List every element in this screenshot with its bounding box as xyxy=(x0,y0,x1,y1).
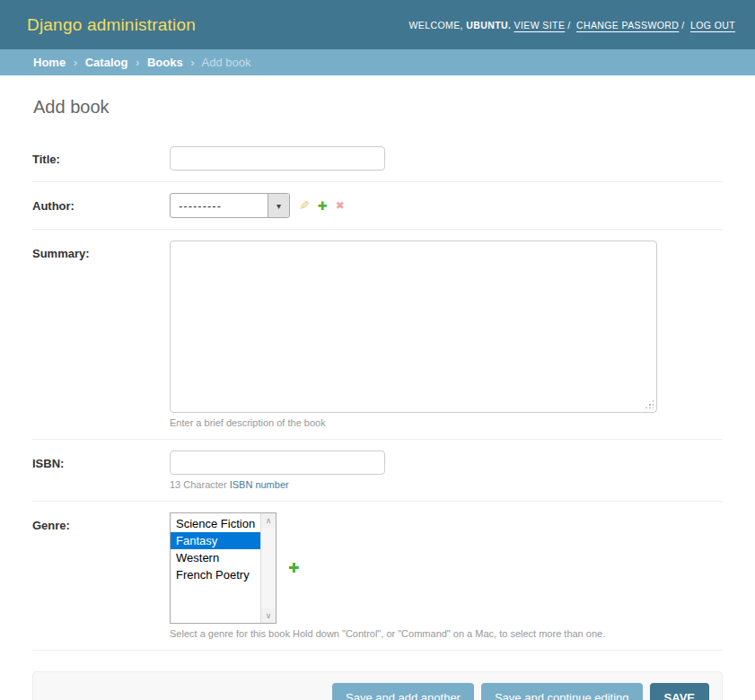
author-label: Author: xyxy=(32,193,170,213)
scroll-up-icon[interactable]: ∧ xyxy=(261,513,276,528)
delete-author-icon[interactable]: ✖ xyxy=(336,199,345,212)
form-row-isbn: ISBN: 13 Character ISBN number xyxy=(32,440,723,502)
site-branding[interactable]: Django administration xyxy=(27,15,196,35)
genre-label: Genre: xyxy=(32,512,170,532)
breadcrumb-catalog[interactable]: Catalog xyxy=(85,56,128,69)
isbn-label: ISBN: xyxy=(32,451,170,470)
link-separator: / xyxy=(681,20,684,31)
submit-row: Save and add another Save and continue e… xyxy=(32,671,723,700)
summary-label: Summary: xyxy=(32,241,170,260)
genre-option-western[interactable]: Western xyxy=(171,549,260,566)
main-content: Add book Title: Author: --------- ▾ ✎ ✚ … xyxy=(0,97,755,700)
title-label: Title: xyxy=(32,146,170,166)
author-selected-value: --------- xyxy=(171,194,268,217)
save-and-add-button[interactable]: Save and add another xyxy=(332,683,474,700)
breadcrumb: Home › Catalog › Books › Add book xyxy=(0,49,755,75)
link-separator: / xyxy=(567,20,570,31)
isbn-number-link[interactable]: ISBN number xyxy=(230,479,289,490)
author-select[interactable]: --------- ▾ xyxy=(170,193,290,218)
genre-help: Select a genre for this book Hold down "… xyxy=(170,628,723,639)
form-row-genre: Genre: Science Fiction Fantasy Western F… xyxy=(32,502,723,651)
title-input[interactable] xyxy=(170,146,385,171)
chevron-down-icon[interactable]: ▾ xyxy=(268,194,289,217)
admin-header: Django administration WELCOME, UBUNTU. V… xyxy=(0,0,755,49)
breadcrumb-books[interactable]: Books xyxy=(147,56,183,69)
breadcrumb-current: Add book xyxy=(202,56,251,69)
username: UBUNTU. xyxy=(466,20,511,31)
form-row-summary: Summary: Enter a brief description of th… xyxy=(32,230,723,440)
user-tools: WELCOME, UBUNTU. VIEW SITE/ CHANGE PASSW… xyxy=(409,20,735,31)
breadcrumb-separator: › xyxy=(74,56,77,69)
summary-textarea[interactable] xyxy=(170,241,657,413)
add-author-icon[interactable]: ✚ xyxy=(318,199,328,213)
breadcrumb-home[interactable]: Home xyxy=(33,56,66,69)
log-out-link[interactable]: LOG OUT xyxy=(690,20,735,31)
welcome-text: WELCOME, xyxy=(409,20,463,31)
add-genre-icon[interactable]: ✚ xyxy=(288,560,300,576)
scrollbar[interactable]: ∧ ∨ xyxy=(260,513,276,623)
page-title: Add book xyxy=(33,97,723,118)
edit-author-icon[interactable]: ✎ xyxy=(299,198,310,213)
form-row-author: Author: --------- ▾ ✎ ✚ ✖ xyxy=(32,182,723,230)
breadcrumb-separator: › xyxy=(190,56,194,69)
genre-option-fantasy[interactable]: Fantasy xyxy=(171,532,260,549)
genre-multiselect[interactable]: Science Fiction Fantasy Western French P… xyxy=(170,512,277,624)
isbn-help-text: 13 Character xyxy=(170,479,230,490)
change-password-link[interactable]: CHANGE PASSWORD xyxy=(576,20,679,31)
isbn-help: 13 Character ISBN number xyxy=(170,479,723,490)
breadcrumb-separator: › xyxy=(136,56,139,69)
save-and-continue-button[interactable]: Save and continue editing xyxy=(481,683,643,700)
view-site-link[interactable]: VIEW SITE xyxy=(514,20,566,31)
summary-help: Enter a brief description of the book xyxy=(170,417,723,428)
scroll-down-icon[interactable]: ∨ xyxy=(261,608,276,623)
genre-option-science-fiction[interactable]: Science Fiction xyxy=(171,515,260,532)
save-button[interactable]: SAVE xyxy=(650,683,709,700)
form-row-title: Title: xyxy=(32,136,723,182)
isbn-input[interactable] xyxy=(170,451,385,475)
genre-option-french-poetry[interactable]: French Poetry xyxy=(171,566,260,583)
